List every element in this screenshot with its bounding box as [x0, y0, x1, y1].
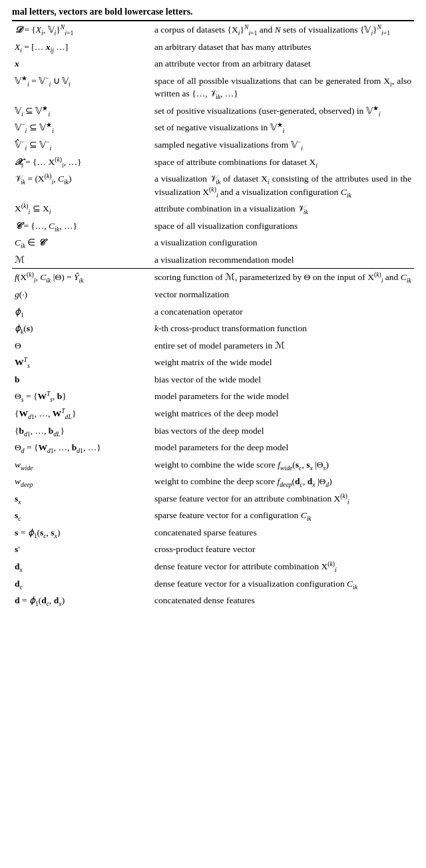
- table-row: 𝕍̂−i ⊆ 𝕍−isampled negative visualization…: [12, 136, 414, 154]
- symbol-cell: sc: [12, 507, 152, 524]
- description-cell: space of all visualization configuration…: [152, 217, 414, 235]
- table-row: Θs = {WTs, b}model parameters for the wi…: [12, 388, 414, 405]
- description-cell: a corpus of datasets {Xi}Ni=1 and N sets…: [152, 21, 414, 39]
- description-cell: cross-product feature vector: [152, 541, 414, 558]
- table-row: ℳa visualization recommendation model: [12, 251, 414, 269]
- symbol-cell: dx: [12, 558, 152, 575]
- description-cell: space of all possible visualizations tha…: [152, 72, 414, 102]
- description-cell: weight matrix of the wide model: [152, 354, 414, 371]
- table-row: ϕk(s)k-th cross-product transformation f…: [12, 320, 414, 337]
- symbol-cell: Θd = {Wd1, …, bd1, …}: [12, 439, 152, 456]
- table-row: ϕ1a concatenation operator: [12, 303, 414, 321]
- symbol-cell: 𝒳i = {… X(k)i, …}: [12, 154, 152, 171]
- symbol-cell: wwide: [12, 456, 152, 474]
- symbol-cell: X(k)i ⊆ Xi: [12, 200, 152, 217]
- symbol-cell: d = ϕ1(dc, dx): [12, 592, 152, 609]
- description-cell: sparse feature vector for a configuratio…: [152, 507, 414, 524]
- description-cell: entire set of model parameters in ℳ: [152, 337, 414, 355]
- description-cell: an attribute vector from an arbitrary da…: [152, 55, 414, 72]
- table-row: sxsparse feature vector for an attribute…: [12, 490, 414, 507]
- table-row: 𝒱ik = (X(k)i, Cik)a visualization 𝒱ik of…: [12, 170, 414, 200]
- description-cell: space of attribute combinations for data…: [152, 154, 414, 171]
- description-cell: sampled negative visualizations from 𝕍−i: [152, 136, 414, 154]
- symbol-cell: b: [12, 371, 152, 388]
- symbol-cell: 𝒱ik = (X(k)i, Cik): [12, 170, 152, 200]
- table-row: 𝒞 = {…, Cik, …}space of all visualizatio…: [12, 217, 414, 235]
- symbol-cell: x: [12, 55, 152, 72]
- symbol-cell: s = ϕ1(sc, sx): [12, 524, 152, 541]
- symbol-cell: dc: [12, 575, 152, 593]
- description-cell: a visualization configuration: [152, 234, 414, 251]
- symbol-cell: s′: [12, 541, 152, 558]
- symbol-cell: 𝒟 = {Xi, 𝕍i}Ni=1: [12, 21, 152, 39]
- table-row: wdeepweight to combine the deep score fd…: [12, 473, 414, 490]
- table-row: {Wd1, …, WTdL}weight matrices of the dee…: [12, 405, 414, 422]
- symbol-cell: g(·): [12, 286, 152, 303]
- notation-table: 𝒟 = {Xi, 𝕍i}Ni=1a corpus of datasets {Xi…: [12, 21, 414, 609]
- description-cell: sparse feature vector for an attribute c…: [152, 490, 414, 507]
- page-container: mal letters, vectors are bold lowercase …: [0, 0, 426, 623]
- table-row: wwideweight to combine the wide score fw…: [12, 456, 414, 474]
- symbol-cell: {Wd1, …, WTdL}: [12, 405, 152, 422]
- table-row: Xi = [… xij …]an arbitrary dataset that …: [12, 39, 414, 56]
- description-cell: dense feature vector for attribute combi…: [152, 558, 414, 575]
- description-cell: weight to combine the deep score fdeep(d…: [152, 473, 414, 490]
- table-row: bbias vector of the wide model: [12, 371, 414, 388]
- description-cell: a concatenation operator: [152, 303, 414, 321]
- table-row: 𝒳i = {… X(k)i, …}space of attribute comb…: [12, 154, 414, 171]
- symbol-cell: ϕk(s): [12, 320, 152, 337]
- description-cell: a visualization 𝒱ik of dataset Xi consis…: [152, 170, 414, 200]
- description-cell: k-th cross-product transformation functi…: [152, 320, 414, 337]
- symbol-cell: Θ: [12, 337, 152, 355]
- symbol-cell: 𝕍−i ⊆ 𝕍★i: [12, 119, 152, 136]
- description-cell: vector normalization: [152, 286, 414, 303]
- table-row: WTsweight matrix of the wide model: [12, 354, 414, 371]
- symbol-cell: 𝕍̂−i ⊆ 𝕍−i: [12, 136, 152, 154]
- description-cell: an arbitrary dataset that has many attri…: [152, 39, 414, 56]
- description-cell: a visualization recommendation model: [152, 251, 414, 269]
- table-row: f(X(k)i, Cik |Θ) = Ŷikscoring function o…: [12, 269, 414, 286]
- description-cell: bias vector of the wide model: [152, 371, 414, 388]
- description-cell: model parameters for the deep model: [152, 439, 414, 456]
- symbol-cell: 𝕍★i = 𝕍−i ∪ 𝕍i: [12, 72, 152, 102]
- description-cell: concatenated sparse features: [152, 524, 414, 541]
- table-row: s = ϕ1(sc, sx)concatenated sparse featur…: [12, 524, 414, 541]
- symbol-cell: sx: [12, 490, 152, 507]
- symbol-cell: {bd1, …, bdL}: [12, 422, 152, 440]
- symbol-cell: 𝒞 = {…, Cik, …}: [12, 217, 152, 235]
- table-header: mal letters, vectors are bold lowercase …: [12, 7, 414, 21]
- description-cell: model parameters for the wide model: [152, 388, 414, 405]
- description-cell: weight matrices of the deep model: [152, 405, 414, 422]
- symbol-cell: ℳ: [12, 251, 152, 269]
- symbol-cell: 𝕍i ⊆ 𝕍★i: [12, 102, 152, 120]
- table-row: scsparse feature vector for a configurat…: [12, 507, 414, 524]
- symbol-cell: Θs = {WTs, b}: [12, 388, 152, 405]
- symbol-cell: Xi = [… xij …]: [12, 39, 152, 56]
- table-row: Cik ∈ 𝒞a visualization configuration: [12, 234, 414, 251]
- table-row: 𝒟 = {Xi, 𝕍i}Ni=1a corpus of datasets {Xi…: [12, 21, 414, 39]
- table-row: 𝕍−i ⊆ 𝕍★iset of negative visualizations …: [12, 119, 414, 136]
- description-cell: attribute combination in a visualization…: [152, 200, 414, 217]
- symbol-cell: ϕ1: [12, 303, 152, 321]
- symbol-cell: Cik ∈ 𝒞: [12, 234, 152, 251]
- table-row: {bd1, …, bdL}bias vectors of the deep mo…: [12, 422, 414, 440]
- description-cell: bias vectors of the deep model: [152, 422, 414, 440]
- table-row: dxdense feature vector for attribute com…: [12, 558, 414, 575]
- table-row: d = ϕ1(dc, dx)concatenated dense feature…: [12, 592, 414, 609]
- description-cell: set of negative visualizations in 𝕍★i: [152, 119, 414, 136]
- symbol-cell: WTs: [12, 354, 152, 371]
- table-row: g(·)vector normalization: [12, 286, 414, 303]
- table-row: Θd = {Wd1, …, bd1, …}model parameters fo…: [12, 439, 414, 456]
- description-cell: dense feature vector for a visualization…: [152, 575, 414, 593]
- symbol-cell: wdeep: [12, 473, 152, 490]
- table-row: xan attribute vector from an arbitrary d…: [12, 55, 414, 72]
- table-row: s′cross-product feature vector: [12, 541, 414, 558]
- description-cell: weight to combine the wide score fwide(s…: [152, 456, 414, 474]
- description-cell: concatenated dense features: [152, 592, 414, 609]
- symbol-cell: f(X(k)i, Cik |Θ) = Ŷik: [12, 269, 152, 286]
- table-row: Θentire set of model parameters in ℳ: [12, 337, 414, 355]
- description-cell: set of positive visualizations (user-gen…: [152, 102, 414, 120]
- table-row: X(k)i ⊆ Xiattribute combination in a vis…: [12, 200, 414, 217]
- description-cell: scoring function of ℳ, parameterized by …: [152, 269, 414, 286]
- table-row: 𝕍i ⊆ 𝕍★iset of positive visualizations (…: [12, 102, 414, 120]
